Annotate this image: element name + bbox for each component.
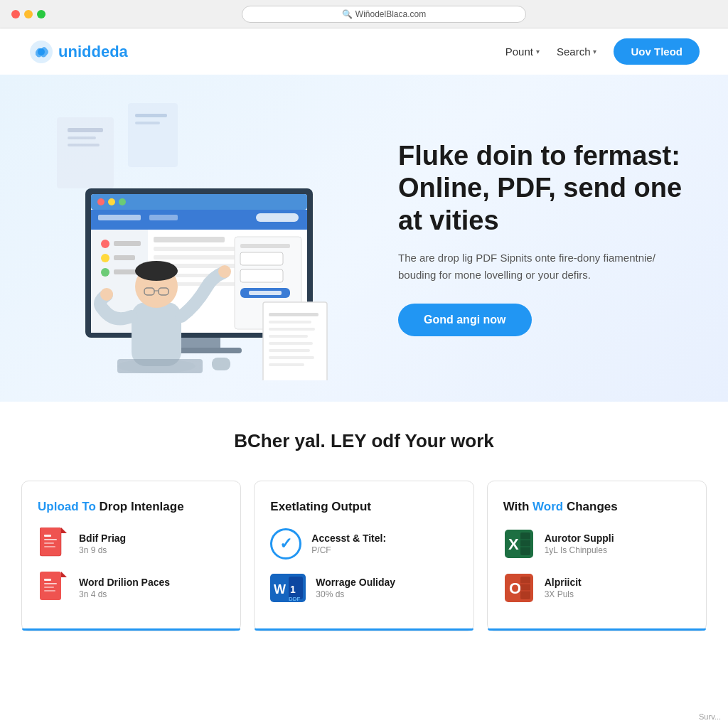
svg-rect-66	[44, 542, 54, 544]
svg-rect-19	[149, 215, 178, 220]
svg-text:W: W	[274, 582, 286, 596]
card-item-2: Word Drilion Paces 3n 4 ds	[38, 572, 225, 604]
svg-rect-47	[269, 349, 310, 352]
checkmark: ✓	[279, 535, 292, 553]
upload-button[interactable]: Uov Tleod	[614, 38, 700, 65]
svg-rect-3	[68, 128, 103, 132]
svg-rect-25	[114, 255, 135, 260]
cta-button[interactable]: Gond angi now	[398, 304, 532, 336]
svg-rect-36	[240, 244, 290, 248]
svg-point-16	[119, 198, 126, 205]
card-item-sub-2: 3n 4 ds	[79, 589, 170, 599]
card-1-title: Upload To Drop Intenlage	[38, 500, 225, 514]
svg-rect-42	[269, 313, 318, 316]
logo-text-part2: d	[91, 43, 100, 60]
card-3-title-prefix: With	[503, 500, 532, 513]
url-bar[interactable]: 🔍 WiñodelBlaca.com	[242, 6, 526, 23]
svg-point-15	[108, 198, 115, 205]
svg-rect-29	[154, 237, 225, 242]
card-output: Exetlating Output ✓ Accesst & Titel: P/C…	[254, 481, 473, 631]
excel-green-icon: X	[503, 528, 535, 560]
card-item-sub-6: 3X Puls	[545, 589, 582, 599]
svg-marker-70	[61, 572, 67, 577]
svg-rect-8	[135, 122, 160, 124]
card-item-title-5: Aurotor Suppli	[545, 532, 614, 544]
browser-bar: 🔍 WiñodelBlaca.com	[0, 0, 728, 28]
card-3-title: With Word Changes	[503, 500, 690, 514]
minimize-dot[interactable]	[24, 10, 33, 18]
hero-section: Fluke doin to fermast:Online, PDF, send …	[0, 75, 728, 402]
svg-point-1	[38, 48, 45, 55]
card-item-5: X Aurotor Suppli 1yL Is Chinpules	[503, 528, 690, 560]
svg-point-24	[101, 254, 109, 262]
card-3-title-rest: Changes	[563, 500, 618, 513]
card-item-title-3: Accesst & Titel:	[311, 532, 386, 544]
traffic-lights	[11, 10, 46, 18]
chevron-down-icon: ▾	[536, 48, 540, 55]
card-item-6: O Alpriicit 3X Puls	[503, 572, 690, 604]
svg-point-14	[97, 198, 105, 205]
url-text: WiñodelBlaca.com	[355, 9, 426, 19]
logo-text-part1: unid	[58, 43, 91, 60]
svg-point-53	[135, 261, 178, 281]
svg-rect-65	[44, 539, 57, 540]
card-item-text-4: Worrage Ouliday 30% ds	[316, 577, 395, 599]
svg-point-22	[101, 240, 109, 248]
svg-rect-7	[135, 114, 167, 117]
svg-rect-87	[520, 577, 530, 599]
svg-marker-63	[61, 528, 67, 533]
svg-rect-37	[240, 252, 283, 265]
svg-rect-72	[44, 587, 54, 588]
card-2-title: Exetlating Output	[270, 500, 457, 514]
logo[interactable]: uniddeda	[28, 39, 128, 65]
svg-rect-59	[117, 359, 203, 373]
svg-point-26	[101, 268, 109, 277]
card-item-text-3: Accesst & Titel: P/CF	[311, 532, 386, 555]
svg-rect-27	[114, 269, 139, 274]
card-item-title-1: Bdif Priag	[79, 532, 126, 544]
fullscreen-dot[interactable]	[37, 10, 46, 18]
logo-text-part3: eda	[101, 43, 128, 60]
svg-rect-46	[269, 342, 313, 345]
nav-item-pount[interactable]: Pount ▾	[505, 46, 540, 58]
svg-rect-67	[44, 546, 55, 547]
card-item-text-6: Alpriicit 3X Puls	[545, 577, 582, 599]
hero-content: Fluke doin to fermast:Online, PDF, send …	[384, 140, 700, 337]
nav-item-search[interactable]: Search ▾	[557, 46, 597, 58]
svg-rect-5	[68, 144, 100, 146]
hero-subtitle: The are drop lig PDF Sipnits onte fire-d…	[398, 250, 668, 284]
svg-text:DDF: DDF	[289, 596, 301, 602]
svg-text:X: X	[508, 535, 519, 553]
card-item-sub-4: 30% ds	[316, 589, 395, 599]
svg-rect-6	[128, 103, 178, 167]
card-item-sub-5: 1yL Is Chinpules	[545, 545, 614, 555]
svg-rect-44	[269, 328, 315, 331]
svg-rect-68	[44, 535, 51, 537]
svg-rect-62	[40, 528, 61, 556]
svg-rect-38	[240, 269, 283, 282]
hero-illustration-container	[14, 96, 370, 380]
search-icon: 🔍	[342, 9, 353, 19]
check-circle-icon: ✓	[270, 528, 301, 560]
svg-rect-69	[40, 572, 61, 600]
svg-rect-40	[249, 291, 282, 295]
card-item-title-2: Word Drilion Paces	[79, 577, 170, 588]
svg-rect-74	[44, 579, 51, 581]
card-item-3: ✓ Accesst & Titel: P/CF	[270, 528, 457, 560]
card-1-title-highlight: Upload To	[38, 500, 96, 513]
word-icon-container: W 1 DDF	[270, 572, 306, 604]
card-item-title-6: Alpriicit	[545, 577, 582, 588]
pdf-icon-2	[38, 572, 69, 604]
nav-search-label: Search	[557, 46, 591, 58]
svg-rect-23	[114, 241, 141, 246]
close-dot[interactable]	[11, 10, 20, 18]
logo-icon	[28, 39, 54, 65]
card-word: With Word Changes X Aurotor Suppli 1yL I…	[487, 481, 707, 631]
card-item-title-4: Worrage Ouliday	[316, 577, 395, 588]
hero-svg	[14, 96, 370, 380]
svg-point-58	[100, 288, 113, 301]
card-1-title-rest: Drop Intenlage	[100, 500, 184, 513]
logo-text: uniddeda	[58, 43, 128, 61]
card-item-text-1: Bdif Priag 3n 9 ds	[79, 532, 126, 555]
svg-rect-60	[212, 358, 230, 370]
